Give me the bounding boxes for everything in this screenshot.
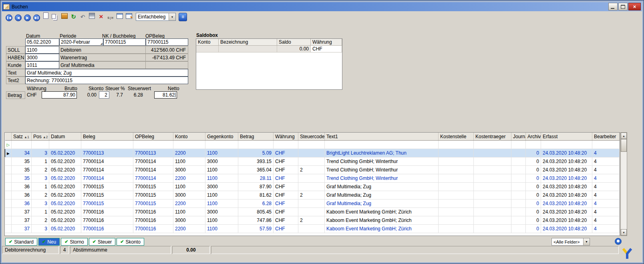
grid-cell[interactable]: 24.03.2020 10:48:20 (541, 149, 592, 157)
grid-cell[interactable]: 4 (592, 157, 620, 166)
grid-cell[interactable] (133, 141, 173, 149)
grid-cell[interactable]: Graf Multimedia; Zug (325, 183, 439, 191)
grid-cell[interactable]: 36 (12, 191, 32, 200)
grid-cell[interactable] (439, 208, 474, 216)
grid-row[interactable]: 35305.02.202077000114770001142200110028.… (5, 174, 620, 183)
grid-row[interactable]: 35105.02.2020770001147700011411003000393… (5, 157, 620, 166)
grid-cell[interactable] (298, 225, 325, 233)
grid-cell[interactable]: Graf Multimedia; Zug (325, 191, 439, 200)
grid-cell[interactable] (439, 141, 474, 149)
first-record-icon[interactable] (5, 14, 13, 22)
grid-cell[interactable] (49, 141, 81, 149)
grid-column-header[interactable]: Steuercode (298, 133, 325, 141)
view-button-neu[interactable]: ✔Neu (38, 238, 60, 246)
grid-cell[interactable]: 1100 (205, 166, 238, 174)
grid-cell[interactable]: 4 (592, 191, 620, 200)
grid-cell[interactable]: 393.15 (238, 157, 274, 166)
grid-cell[interactable]: 77000114 (133, 157, 173, 166)
grid-column-header[interactable]: Kostentraeger (474, 133, 511, 141)
undo-icon[interactable] (78, 13, 87, 21)
grid-cell[interactable]: 77000115 (133, 183, 173, 191)
grid-cell[interactable]: 05.02.2020 (49, 191, 81, 200)
view-button-storno[interactable]: ✔Storno (61, 238, 88, 246)
grid-cell[interactable] (474, 200, 511, 208)
grid-cell[interactable] (439, 225, 474, 233)
grid-cell[interactable]: 77000114 (133, 166, 173, 174)
grid-cell[interactable]: 36 (12, 183, 32, 191)
grid-cell[interactable]: 2 (32, 216, 49, 225)
nk-buchbeleg-field[interactable]: 77000115 (103, 38, 146, 46)
grid-cell[interactable]: 77000113 (133, 149, 173, 157)
grid-cell[interactable]: 35 (12, 166, 32, 174)
view-button-steuer[interactable]: ✔Steuer (89, 238, 116, 246)
grid-cell[interactable]: CHF (274, 149, 298, 157)
grid-cell[interactable]: 37 (12, 216, 32, 225)
grid-cell[interactable] (298, 200, 325, 208)
text2-field[interactable]: Rechnung: 77000115 (25, 77, 188, 84)
grid-cell[interactable] (511, 225, 526, 233)
grid-cell[interactable]: 37 (12, 208, 32, 216)
grid-cell[interactable] (238, 141, 274, 149)
grid-cell[interactable] (511, 216, 526, 225)
grid-cell[interactable]: 2200 (173, 149, 205, 157)
grid-cell[interactable]: 77000114 (133, 174, 173, 183)
grid-column-header[interactable]: Satz▲1 (12, 133, 32, 141)
scroll-up-icon[interactable]: ▲ (621, 133, 627, 139)
new-document-icon[interactable] (42, 12, 50, 20)
grid-cell[interactable]: 805.45 (238, 208, 274, 216)
grid-cell[interactable]: 1100 (205, 200, 238, 208)
grid-cell[interactable] (511, 166, 526, 174)
grid-cell[interactable]: CHF (274, 157, 298, 166)
grid-cell[interactable]: Graf Multimedia; Zug (325, 200, 439, 208)
grid-row[interactable]: ▷ (5, 141, 620, 149)
properties-icon[interactable] (115, 12, 124, 20)
grid-row[interactable]: 37105.02.2020770001167700011611003000805… (5, 208, 620, 216)
text-field[interactable]: Graf Multimedia; Zug (25, 69, 188, 77)
grid-cell[interactable] (298, 208, 325, 216)
copy-icon[interactable] (51, 13, 59, 22)
grid-cell[interactable] (511, 174, 526, 183)
doc-type-dropdown-icon[interactable]: ▼ (169, 13, 175, 20)
grid-cell[interactable]: 77000116 (133, 225, 173, 233)
delete-icon[interactable] (97, 13, 105, 21)
grid-cell[interactable] (81, 141, 133, 149)
grid-column-header[interactable]: Archiv (526, 133, 541, 141)
grid-cell[interactable]: 4 (592, 183, 620, 191)
brutto-field[interactable]: 87.90 (42, 91, 77, 99)
grid-cell[interactable]: 05.02.2020 (49, 149, 81, 157)
grid-cell[interactable]: 3000 (205, 157, 238, 166)
grid-cell[interactable]: 1 (32, 208, 49, 216)
grid-column-header[interactable]: Kostenstelle (439, 133, 474, 141)
grid-cell[interactable] (474, 208, 511, 216)
grid-cell[interactable]: 24.03.2020 10:48:20 (541, 216, 592, 225)
grid-cell[interactable]: 1100 (205, 174, 238, 183)
grid-row[interactable]: ▶34305.02.20207700011377000113220011005.… (5, 149, 620, 157)
scroll-down-icon[interactable]: ▼ (621, 229, 627, 236)
grid-cell[interactable]: 2200 (173, 225, 205, 233)
grid-row[interactable]: 35205.02.2020770001147700011430001100365… (5, 166, 620, 174)
grid-cell[interactable]: 0 (526, 157, 541, 166)
grid-cell[interactable]: 3000 (205, 183, 238, 191)
grid-cell[interactable]: 24.03.2020 10:48:20 (541, 166, 592, 174)
grid-cell[interactable]: 57.59 (238, 225, 274, 233)
opbeleg-field[interactable]: 77000115 (146, 38, 188, 46)
steuercode-field[interactable]: 2 (99, 91, 109, 99)
grid-row[interactable]: 36105.02.202077000115770001151100300087.… (5, 183, 620, 191)
grid-cell[interactable] (439, 216, 474, 225)
info-circle-icon[interactable] (615, 238, 622, 245)
grid-cell[interactable] (474, 157, 511, 166)
grid-cell[interactable] (511, 149, 526, 157)
post-package-icon[interactable] (60, 12, 68, 20)
grid-cell[interactable]: 77000116 (81, 225, 133, 233)
grid-cell[interactable]: 3 (32, 174, 49, 183)
grid-cell[interactable]: 24.03.2020 10:48:20 (541, 200, 592, 208)
grid-cell[interactable]: CHF (274, 216, 298, 225)
grid-cell[interactable]: 0 (526, 225, 541, 233)
grid-cell[interactable] (511, 208, 526, 216)
grid-cell[interactable]: CHF (274, 166, 298, 174)
grid-cell[interactable]: CHF (274, 225, 298, 233)
grid-cell[interactable] (274, 141, 298, 149)
grid-cell[interactable]: 05.02.2020 (49, 183, 81, 191)
grid-cell[interactable]: 34 (12, 149, 32, 157)
konto-field[interactable]: 1011 (25, 61, 59, 69)
